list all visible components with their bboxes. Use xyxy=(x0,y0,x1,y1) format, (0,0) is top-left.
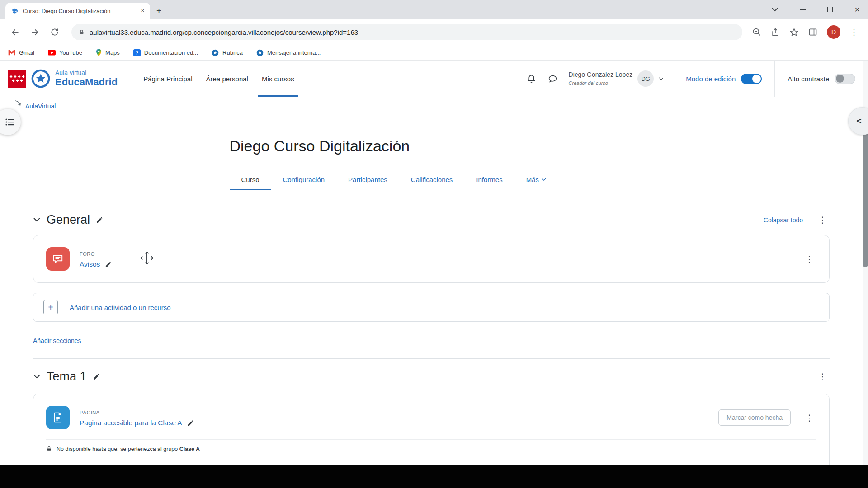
brand-aula-virtual: Aula virtual xyxy=(55,69,118,76)
plus-icon[interactable]: + xyxy=(43,300,58,314)
activity-link-pagina[interactable]: Pagina accesible para la Clase A xyxy=(80,419,194,427)
user-menu[interactable]: Diego Gonzalez Lopez Creador del curso D… xyxy=(563,61,673,97)
side-panel-icon[interactable] xyxy=(808,28,817,37)
course-tabs: Curso Configuración Participantes Califi… xyxy=(230,171,639,190)
edit-mode-toggle[interactable] xyxy=(741,74,762,84)
tab-close-icon[interactable]: × xyxy=(140,7,146,14)
collapse-chevron-icon[interactable] xyxy=(33,374,41,379)
toolbar-right: D ⋮ xyxy=(750,25,862,39)
restriction-group-name: Clase A xyxy=(179,446,200,452)
window-controls: × xyxy=(772,0,860,19)
user-name: Diego Gonzalez Lopez xyxy=(569,71,633,78)
activity-link-avisos[interactable]: Avisos xyxy=(80,260,112,268)
scrollbar-thumb[interactable] xyxy=(863,127,868,267)
tab-strip: Curso: Diego Curso Digitalización × + × xyxy=(0,0,868,19)
edit-mode-label: Modo de edición xyxy=(686,75,736,83)
window-menu-chevron-icon[interactable] xyxy=(772,8,778,12)
move-cursor-icon[interactable] xyxy=(140,251,154,267)
site-logo[interactable]: Aula virtual EducaMadrid xyxy=(8,61,137,97)
bookmark-youtube[interactable]: YouTube xyxy=(48,49,82,56)
tab-calificaciones[interactable]: Calificaciones xyxy=(399,171,465,190)
course-index-drawer-button[interactable] xyxy=(0,109,21,135)
activity-menu-kebab-icon[interactable]: ⋮ xyxy=(802,413,816,423)
page-resource-icon xyxy=(46,406,70,429)
nav-mis-cursos[interactable]: Mis cursos xyxy=(255,61,301,97)
window-close-icon[interactable]: × xyxy=(854,5,860,14)
tab-configuracion[interactable]: Configuración xyxy=(271,171,337,190)
restriction-notice: No disponible hasta que: se pertenezca a… xyxy=(46,439,816,452)
activity-meta: FORO Avisos xyxy=(80,249,112,268)
tab-participantes[interactable]: Participantes xyxy=(336,171,399,190)
lock-icon xyxy=(79,29,85,36)
url-bar[interactable]: aulavirtual33.educa.madrid.org/cp.concep… xyxy=(71,24,742,40)
activity-type-label: PÁGINA xyxy=(80,410,100,415)
page-title: Diego Curso Digitalización xyxy=(230,136,639,156)
maps-pin-icon xyxy=(96,49,102,56)
activity-type-label: FORO xyxy=(80,251,95,257)
header-right: Diego Gonzalez Lopez Creador del curso D… xyxy=(521,61,868,97)
tab-mas[interactable]: Más xyxy=(514,171,558,190)
edit-pencil-icon[interactable] xyxy=(105,261,112,268)
new-tab-button[interactable]: + xyxy=(156,6,161,16)
gmail-icon xyxy=(8,50,15,56)
primary-nav: Página Principal Área personal Mis curso… xyxy=(137,61,301,97)
bookmark-mensajeria[interactable]: Mensajería interna... xyxy=(256,49,321,56)
brand-educamadrid: EducaMadrid xyxy=(55,76,118,88)
edit-pencil-icon[interactable] xyxy=(93,373,100,380)
tab-curso[interactable]: Curso xyxy=(230,171,271,190)
educamadrid-emblem-icon xyxy=(30,68,51,89)
tab-informes[interactable]: Informes xyxy=(464,171,514,190)
mark-done-button[interactable]: Marcar como hecha xyxy=(718,409,791,426)
section-menu-kebab-icon[interactable]: ⋮ xyxy=(816,371,830,382)
edit-pencil-icon[interactable] xyxy=(96,216,103,224)
user-avatar[interactable]: DG xyxy=(637,70,654,87)
activity-meta: PÁGINA Pagina accesible para la Clase A xyxy=(80,408,194,427)
bookmark-rubrica[interactable]: Rubrica xyxy=(212,49,243,56)
page-content: AulaVirtual < Diego Curso Digitalización… xyxy=(0,97,868,488)
nav-area-personal[interactable]: Área personal xyxy=(199,61,255,97)
bookmark-documentacion[interactable]: ? Documentacion ed... xyxy=(133,49,198,56)
window-maximize-icon[interactable] xyxy=(827,7,833,12)
section-menu-kebab-icon[interactable]: ⋮ xyxy=(816,215,830,225)
divider xyxy=(33,358,830,359)
bookmark-gmail[interactable]: Gmail xyxy=(8,49,34,56)
back-icon[interactable] xyxy=(6,23,24,41)
zoom-out-icon[interactable] xyxy=(752,28,761,37)
breadcrumb-aulavirtual[interactable]: AulaVirtual xyxy=(25,103,56,110)
browser-menu-icon[interactable]: ⋮ xyxy=(850,27,858,37)
site-header: Aula virtual EducaMadrid Página Principa… xyxy=(0,61,868,97)
messages-icon[interactable] xyxy=(542,61,563,97)
course-sections: General Colapsar todo ⋮ FORO Avisos xyxy=(33,213,830,471)
forward-icon[interactable] xyxy=(26,23,43,41)
bookmark-maps[interactable]: Maps xyxy=(96,49,120,56)
reload-icon[interactable] xyxy=(46,23,63,41)
bookmark-star-icon[interactable] xyxy=(789,28,799,37)
browser-tab[interactable]: Curso: Diego Curso Digitalización × xyxy=(5,3,150,19)
collapse-chevron-icon[interactable] xyxy=(33,217,41,222)
forum-icon xyxy=(46,247,70,271)
educamadrid-circle-icon xyxy=(256,49,264,56)
contrast-group: Alto contraste xyxy=(775,61,868,97)
restriction-text: No disponible hasta que: se pertenezca a… xyxy=(57,446,200,452)
nav-pagina-principal[interactable]: Página Principal xyxy=(137,61,199,97)
brand-text: Aula virtual EducaMadrid xyxy=(55,69,118,88)
share-icon[interactable] xyxy=(771,28,780,37)
add-sections-link[interactable]: Añadir secciones xyxy=(33,337,81,344)
moodle-favicon-icon xyxy=(11,7,19,15)
add-activity-link[interactable]: Añadir una actividad o un recurso xyxy=(70,304,170,311)
section-tema1-header: Tema 1 ⋮ xyxy=(33,370,830,384)
tab-title: Curso: Diego Curso Digitalización xyxy=(23,8,136,14)
url-text: aulavirtual33.educa.madrid.org/cp.concep… xyxy=(90,28,358,36)
notifications-bell-icon[interactable] xyxy=(521,61,542,97)
collapse-all-link[interactable]: Colapsar todo xyxy=(764,216,803,224)
madrid-flag-icon xyxy=(8,70,26,88)
browser-profile-avatar[interactable]: D xyxy=(827,25,840,39)
activity-menu-kebab-icon[interactable]: ⋮ xyxy=(802,254,816,264)
user-name-block: Diego Gonzalez Lopez Creador del curso xyxy=(569,70,633,87)
add-activity-box[interactable]: + Añadir una actividad o un recurso xyxy=(33,293,830,322)
contrast-label: Alto contraste xyxy=(788,75,829,83)
edit-pencil-icon[interactable] xyxy=(187,420,194,427)
open-block-drawer-button[interactable]: < xyxy=(848,107,868,135)
window-minimize-icon[interactable] xyxy=(800,9,806,10)
contrast-toggle[interactable] xyxy=(835,74,855,84)
